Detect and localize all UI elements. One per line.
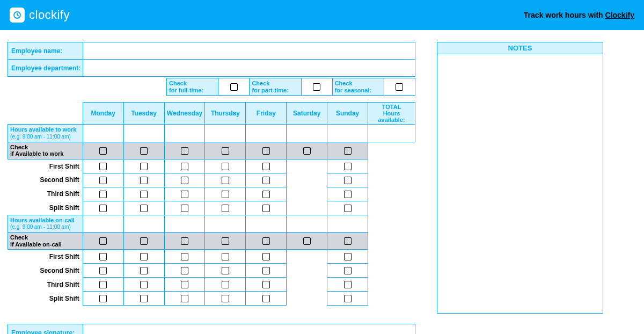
parttime-checkbox[interactable] (301, 78, 332, 96)
table-cell[interactable] (164, 278, 205, 292)
table-cell[interactable] (123, 201, 164, 215)
hours-work-mon[interactable] (83, 125, 123, 142)
hours-work-sun[interactable] (327, 125, 368, 142)
header-tagline: Track work hours with Clockify (524, 11, 634, 19)
table-cell[interactable] (327, 159, 368, 173)
table-cell[interactable] (246, 250, 287, 264)
table-cell[interactable] (83, 201, 123, 215)
app-header: clockify Track work hours with Clockify (0, 0, 644, 30)
hours-work-sat[interactable] (287, 125, 327, 142)
fulltime-checkbox[interactable] (218, 78, 250, 96)
avail-oncall-mon[interactable] (83, 233, 123, 250)
table-cell[interactable] (164, 264, 205, 278)
table-cell[interactable] (327, 173, 368, 187)
hours-work-tue[interactable] (123, 125, 164, 142)
shift-label: Second Shift (8, 173, 83, 187)
avail-work-wed[interactable] (164, 142, 205, 159)
table-cell[interactable] (205, 278, 246, 292)
hours-work-thu[interactable] (205, 125, 246, 142)
avail-oncall-sat[interactable] (287, 233, 327, 250)
table-cell[interactable] (327, 187, 368, 201)
table-cell[interactable] (246, 278, 287, 292)
parttime-label: Check for part-time: (250, 78, 301, 96)
table-cell[interactable] (246, 187, 287, 201)
notes-body[interactable] (437, 54, 603, 313)
table-cell[interactable] (164, 159, 205, 173)
table-cell[interactable] (83, 159, 123, 173)
signature-input[interactable] (83, 324, 415, 334)
col-thursday: Thursday (205, 103, 246, 125)
employee-meta-table: Employee name: Employee department: (8, 42, 415, 77)
table-cell[interactable] (246, 173, 287, 187)
hours-work-wed[interactable] (164, 125, 205, 142)
avail-oncall-sun[interactable] (327, 233, 368, 250)
avail-work-mon[interactable] (83, 142, 123, 159)
hours-oncall-tue[interactable] (123, 215, 164, 232)
hours-oncall-mon[interactable] (83, 215, 123, 232)
seasonal-checkbox[interactable] (384, 78, 415, 96)
table-cell[interactable] (205, 292, 246, 306)
table-cell[interactable] (205, 201, 246, 215)
avail-oncall-fri[interactable] (246, 233, 287, 250)
hours-work-fri[interactable] (246, 125, 287, 142)
hours-oncall-thu[interactable] (205, 215, 246, 232)
col-saturday: Saturday (287, 103, 327, 125)
col-sunday: Sunday (327, 103, 368, 125)
table-cell[interactable] (83, 187, 123, 201)
shift-label: First Shift (8, 159, 83, 173)
hours-work-total[interactable] (368, 125, 415, 142)
hours-oncall-wed[interactable] (164, 215, 205, 232)
table-cell[interactable] (327, 278, 368, 292)
table-cell[interactable] (123, 278, 164, 292)
table-cell[interactable] (164, 201, 205, 215)
table-cell[interactable] (205, 187, 246, 201)
avail-work-sun[interactable] (327, 142, 368, 159)
table-cell[interactable] (83, 250, 123, 264)
table-cell[interactable] (83, 292, 123, 306)
avail-work-fri[interactable] (246, 142, 287, 159)
table-cell[interactable] (327, 250, 368, 264)
table-cell[interactable] (164, 292, 205, 306)
table-cell[interactable] (83, 173, 123, 187)
avail-oncall-thu[interactable] (205, 233, 246, 250)
table-cell[interactable] (205, 250, 246, 264)
hours-oncall-label: Hours available on-call (e.g. 9:00 am - … (8, 215, 83, 232)
table-cell[interactable] (123, 187, 164, 201)
table-cell[interactable] (83, 278, 123, 292)
table-cell[interactable] (327, 264, 368, 278)
shift-label: Second Shift (8, 264, 83, 278)
table-cell[interactable] (246, 201, 287, 215)
table-cell[interactable] (246, 292, 287, 306)
hours-oncall-sun[interactable] (327, 215, 368, 232)
table-cell[interactable] (123, 173, 164, 187)
table-cell[interactable] (327, 292, 368, 306)
table-cell[interactable] (246, 159, 287, 173)
employee-dept-input[interactable] (83, 60, 415, 77)
table-cell[interactable] (246, 264, 287, 278)
avail-oncall-tue[interactable] (123, 233, 164, 250)
table-cell[interactable] (327, 201, 368, 215)
avail-work-tue[interactable] (123, 142, 164, 159)
hours-oncall-sat[interactable] (287, 215, 327, 232)
employee-name-label: Employee name: (8, 42, 83, 60)
table-cell[interactable] (205, 173, 246, 187)
clockify-link[interactable]: Clockify (605, 11, 634, 19)
table-cell[interactable] (164, 187, 205, 201)
employee-name-input[interactable] (83, 42, 415, 60)
table-cell[interactable] (123, 250, 164, 264)
table-cell[interactable] (164, 173, 205, 187)
table-cell[interactable] (164, 250, 205, 264)
table-cell[interactable] (205, 159, 246, 173)
table-cell[interactable] (123, 264, 164, 278)
table-cell[interactable] (205, 264, 246, 278)
table-cell[interactable] (83, 264, 123, 278)
hours-work-label: Hours available to work (e.g. 9:00 am - … (8, 125, 83, 142)
check-avail-work-label: Check if Available to work (8, 142, 83, 159)
table-cell[interactable] (123, 159, 164, 173)
avail-work-thu[interactable] (205, 142, 246, 159)
signature-table: Employee signature: Date: (8, 324, 415, 334)
avail-oncall-wed[interactable] (164, 233, 205, 250)
hours-oncall-fri[interactable] (246, 215, 287, 232)
table-cell[interactable] (123, 292, 164, 306)
avail-work-sat[interactable] (287, 142, 327, 159)
